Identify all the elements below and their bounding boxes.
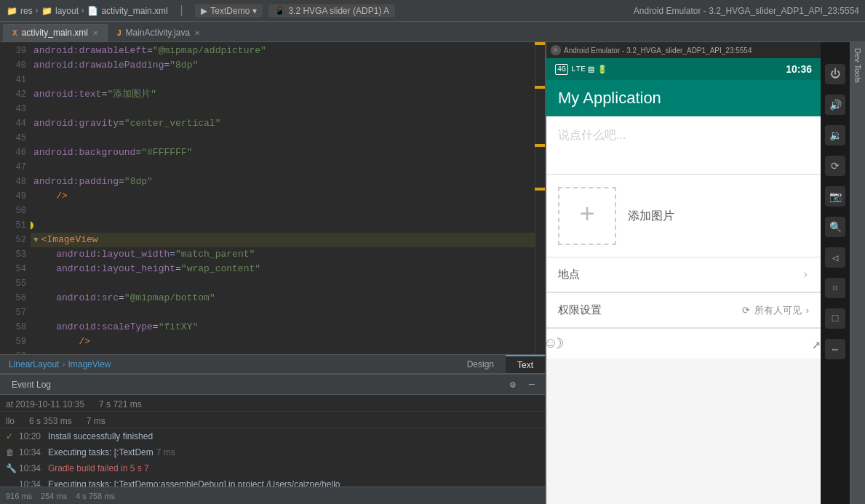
code-line-60 (31, 349, 535, 354)
code-line-49: /> (31, 189, 535, 204)
log-text-2: Executing tasks: [:TextDem (48, 447, 154, 457)
share-icon[interactable]: ↗ (812, 335, 821, 353)
emulator-close-btn[interactable]: ✕ (551, 45, 561, 55)
log-entry-2: 🗑 10:34 Executing tasks: [:TextDem 7 ms (0, 447, 545, 463)
tab-design[interactable]: Design (455, 355, 506, 374)
dev-tools-label: Dev Tools (853, 48, 862, 83)
phone-content: 说点什么吧... + 添加图片 地点 › (546, 116, 821, 504)
log-text-4: Executing tasks: [:TextDemo:assembleDebu… (48, 479, 340, 487)
code-line-50 (31, 204, 535, 218)
layout-label: layout (55, 6, 79, 16)
minimize-icon[interactable]: — (525, 377, 539, 392)
permission-right: ⟳ 所有人可见 › (742, 304, 809, 317)
log-text-3: Gradle build failed in 5 s 7 (48, 463, 149, 473)
code-lines[interactable]: android:drawableLeft="@mipmap/addpicture… (31, 42, 535, 354)
code-line-59: /> (31, 335, 535, 349)
breadcrumb: LinearLayout › ImageView (0, 359, 120, 369)
breadcrumb-item1[interactable]: LinearLayout (9, 359, 59, 369)
tab-design-label: Design (467, 359, 494, 369)
run-config-label: TextDemo (210, 6, 250, 16)
zoom-in-button[interactable]: 🔍 (825, 217, 845, 237)
tab-java-label: MainActivity.java (126, 28, 190, 38)
status-time6: 4 s 758 ms (76, 492, 115, 500)
square-button[interactable]: □ (825, 308, 845, 329)
code-line-58: android:scaleType="fitXY" (31, 320, 535, 335)
code-line-51 (31, 218, 535, 233)
home-button[interactable]: ○ (825, 278, 845, 298)
emulator-phone: 4G LTE ▤ 🔋 10:36 My Application 说点什么吧... (546, 58, 821, 504)
run-config[interactable]: ▶ TextDemo ▾ (195, 4, 263, 17)
log-time-1: 10:20 (19, 431, 48, 441)
code-editor: 39 40 41 42 43 44 45 46 47 48 49 50 51 5… (0, 42, 545, 504)
wrench-icon: 🔧 (6, 463, 19, 473)
add-image-label: 添加图片 (628, 209, 674, 224)
status-time2: 6 s 353 ms (29, 416, 72, 426)
code-line-44: android:gravity="center_vertical" (31, 116, 535, 131)
tab-text[interactable]: Text (506, 355, 545, 374)
checkmark-icon: ✓ (6, 431, 19, 441)
code-content: 39 40 41 42 43 44 45 46 47 48 49 50 51 5… (0, 42, 545, 354)
more-button[interactable]: ⋯ (825, 339, 845, 359)
volume-up-button[interactable]: 🔊 (825, 95, 845, 115)
phone-placeholder: 说点什么吧... (558, 129, 626, 141)
java-icon: J (117, 29, 121, 37)
tab-xml-close[interactable]: ✕ (92, 29, 98, 37)
emulator-title-text: Android Emulator - 3.2_HVGA_slider_ADP1_… (564, 47, 752, 55)
power-button[interactable]: ⏻ (825, 64, 845, 84)
moon-icon[interactable]: ☽ (555, 335, 564, 353)
permission-value: 所有人可见 (754, 304, 802, 317)
emulator-title-bar: ✕ Android Emulator - 3.2_HVGA_slider_ADP… (546, 42, 821, 58)
code-line-46: android:background="#FFFFFF" (31, 145, 535, 160)
code-line-57 (31, 305, 535, 320)
right-gutter (535, 42, 545, 354)
phone-text-area[interactable]: 说点什么吧... (546, 116, 821, 175)
log-entry-4: 10:34 Executing tasks: [:TextDemo:assemb… (0, 479, 545, 487)
phone-location-row[interactable]: 地点 › (546, 257, 821, 292)
code-line-45 (31, 131, 535, 145)
wifi-icon: ▤ (589, 63, 594, 75)
event-log-toolbar: Event Log ⚙ — (0, 375, 545, 395)
code-line-39: android:drawableLeft="@mipmap/addpicture… (31, 44, 535, 58)
title-breadcrumb: 📁 res › 📁 layout › 📄 activity_main.xml (6, 5, 168, 17)
code-line-41 (31, 73, 535, 87)
file-tabs: X activity_main.xml ✕ J MainActivity.jav… (0, 22, 865, 42)
phone-app-bar: My Application (546, 80, 821, 116)
device-config[interactable]: 📱 3.2 HVGA slider (ADP1) A (268, 4, 395, 17)
smiley-icon[interactable]: ☺ (546, 335, 555, 352)
gutter-mark-3 (535, 144, 545, 147)
log-time-inline: 7 ms (156, 447, 175, 457)
run-icon: ▶ (201, 6, 207, 16)
tab-text-label: Text (517, 360, 533, 370)
gutter-mark-2 (535, 86, 545, 89)
res-folder-icon: 📁 (6, 5, 17, 17)
event-log-title: Event Log (6, 380, 57, 390)
log-entry-3: 🔧 10:34 Gradle build failed in 5 s 7 (0, 463, 545, 479)
dev-tools-tab[interactable]: Dev Tools (850, 42, 865, 504)
breadcrumb-sep1: › (36, 7, 38, 15)
phone-app-title: My Application (558, 89, 661, 108)
breadcrumb-item2[interactable]: ImageView (68, 359, 111, 369)
rotate-button[interactable]: ⟳ (825, 156, 845, 176)
phone-permission-row[interactable]: 权限设置 ⟳ 所有人可见 › (546, 293, 821, 327)
signal-icon: LTE (571, 65, 586, 73)
add-image-box[interactable]: + (558, 187, 616, 245)
code-line-47 (31, 160, 535, 175)
tab-java-close[interactable]: ✕ (194, 29, 200, 37)
tab-java[interactable]: J MainActivity.java ✕ (108, 24, 210, 41)
xml-icon: X (12, 29, 17, 37)
settings-icon[interactable]: ⚙ (506, 377, 520, 392)
device-icon: 📱 (274, 6, 285, 16)
plus-icon: + (579, 203, 595, 229)
run-config-arrow: ▾ (252, 6, 257, 16)
volume-down-button[interactable]: 🔉 (825, 125, 845, 145)
phone-add-image-row[interactable]: + 添加图片 (546, 175, 821, 257)
screenshot-button[interactable]: 📷 (825, 186, 845, 207)
back-button[interactable]: ◁ (825, 247, 845, 268)
tab-xml[interactable]: X activity_main.xml ✕ (3, 24, 108, 41)
phone-status-icons: 4G LTE ▤ 🔋 (555, 63, 607, 75)
status-bar: 916 ms 254 ms 4 s 758 ms (0, 487, 545, 504)
emulator-screen-area: ✕ Android Emulator - 3.2_HVGA_slider_ADP… (546, 42, 821, 504)
code-line-42: android:text="添加图片" (31, 87, 535, 102)
event-log-panel: Event Log ⚙ — at 2019-10-11 10:35 7 s 72… (0, 373, 545, 504)
phone-permission-text: 权限设置 (558, 303, 602, 317)
